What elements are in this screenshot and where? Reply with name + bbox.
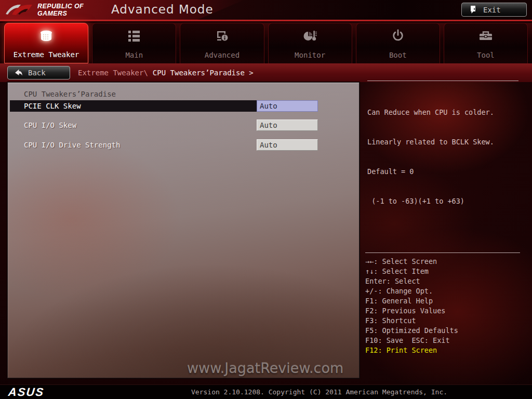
top-bar: REPUBLIC OF GAMERS Advanced Mode Exit [0, 0, 532, 20]
setting-value-box[interactable]: Auto [257, 139, 318, 151]
help-line: Default = 0 [367, 167, 518, 177]
tab-main[interactable]: Main [92, 23, 176, 63]
screen-info-icon [180, 28, 263, 44]
tab-label: Advanced [180, 51, 263, 59]
legend-divider [365, 252, 520, 253]
list-icon [92, 28, 176, 44]
setting-row-pcie-clk-skew[interactable]: PCIE CLK Skew Auto [10, 100, 318, 112]
breadcrumb-current: CPU Tweakers’Paradise > [153, 69, 254, 77]
setting-row-cpu-io-skew[interactable]: CPU I/O Skew Auto [10, 119, 318, 131]
tweaker-dial-icon [5, 28, 88, 44]
version-text: Version 2.10.1208. Copyright (C) 2011 Am… [191, 388, 447, 396]
breadcrumb-parent[interactable]: Extreme Tweaker\ [78, 69, 148, 77]
breadcrumb-bar: Back Extreme Tweaker\ CPU Tweakers’Parad… [0, 63, 532, 82]
tab-advanced[interactable]: Advanced [180, 23, 264, 63]
exit-label: Exit [483, 6, 501, 14]
brand-text: REPUBLIC OF GAMERS [37, 3, 84, 17]
setting-label: CPU I/O Drive Strength [10, 139, 257, 151]
bios-screen: REPUBLIC OF GAMERS Advanced Mode Exit [0, 0, 532, 399]
shortcut-line: F1: General Help [365, 296, 520, 306]
breadcrumb: Extreme Tweaker\ CPU Tweakers’Paradise > [78, 63, 254, 82]
brand-line1: REPUBLIC OF [37, 3, 84, 10]
setting-label: PCIE CLK Skew [10, 100, 257, 112]
shortcut-line: F3: Shortcut [365, 316, 520, 326]
setting-value-box[interactable]: Auto [257, 119, 318, 131]
back-label: Back [28, 69, 46, 77]
help-line: Linearly related to BCLK Skew. [367, 137, 518, 147]
gauge-thermometer-icon [269, 28, 352, 44]
settings-panel: CPU Tweakers’Paradise PCIE CLK Skew Auto… [7, 82, 360, 378]
shortcut-line: ↑↓: Select Item [365, 267, 520, 276]
exit-door-icon [469, 5, 477, 14]
page-title: Advanced Mode [111, 3, 214, 16]
section-title: CPU Tweakers’Paradise [24, 90, 116, 98]
back-arrow-icon [14, 69, 23, 77]
shortcut-line-print-screen: F12: Print Screen [365, 345, 520, 355]
shortcut-line: F2: Previous Values [365, 306, 520, 316]
help-panel: Can Reduce when CPU is colder. Linearly … [367, 81, 518, 226]
help-line: (-1 to -63)(+1 to +63) [367, 196, 518, 206]
tab-extreme-tweaker[interactable]: Extreme Tweaker [4, 23, 88, 63]
asus-logo: ASUS [8, 385, 45, 399]
red-separator [0, 20, 532, 21]
shortcut-line: F10: Save ESC: Exit [365, 336, 520, 345]
shortcut-line: F5: Optimized Defaults [365, 326, 520, 336]
watermark: www.JagatReview.com [187, 360, 343, 376]
shortcut-legend: →←: Select Screen ↑↓: Select Item Enter:… [365, 252, 520, 355]
tab-label: Boot [356, 51, 440, 59]
tab-label: Main [92, 51, 176, 59]
setting-row-cpu-io-drive-strength[interactable]: CPU I/O Drive Strength Auto [10, 139, 318, 151]
tab-label: Monitor [269, 51, 352, 59]
tab-label: Tool [444, 51, 527, 59]
tab-label: Extreme Tweaker [5, 50, 88, 59]
shortcut-line: +/-: Change Opt. [365, 286, 520, 296]
shortcut-line: →←: Select Screen [365, 257, 520, 267]
shortcut-line: Enter: Select [365, 276, 520, 286]
tab-bar: Extreme Tweaker Main [0, 23, 532, 63]
power-icon [356, 28, 440, 44]
tab-boot[interactable]: Boot [356, 23, 440, 63]
toolbox-icon [444, 28, 527, 44]
rog-logo: REPUBLIC OF GAMERS [5, 1, 84, 19]
help-divider [367, 81, 518, 81]
exit-button[interactable]: Exit [461, 3, 527, 17]
tab-tool[interactable]: Tool [444, 23, 528, 63]
setting-value-box[interactable]: Auto [257, 100, 318, 112]
setting-label: CPU I/O Skew [10, 119, 257, 131]
brand-line2: GAMERS [37, 10, 84, 17]
tab-monitor[interactable]: Monitor [268, 23, 352, 63]
footer-bar: ASUS Version 2.10.1208. Copyright (C) 20… [0, 384, 532, 399]
rog-eye-icon [5, 1, 33, 19]
help-line: Can Reduce when CPU is colder. [367, 108, 518, 117]
back-button[interactable]: Back [7, 66, 70, 79]
